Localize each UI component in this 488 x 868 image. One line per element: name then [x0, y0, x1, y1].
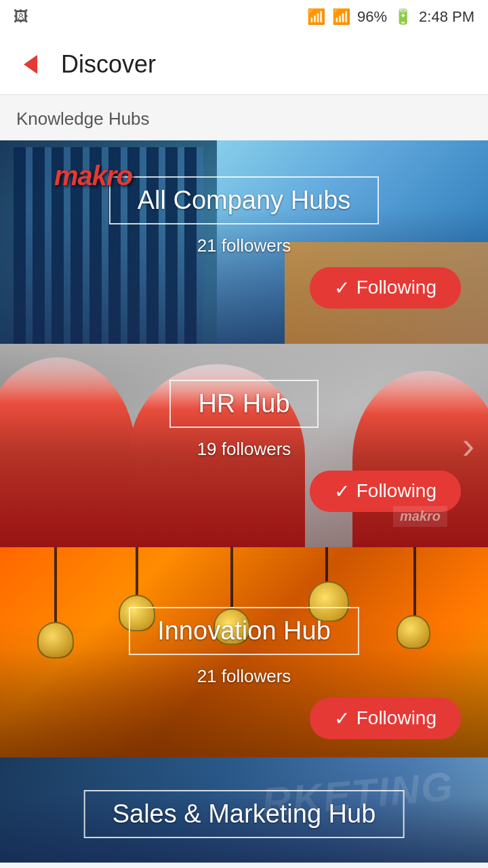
hub-3-title: Innovation Hub — [157, 616, 331, 645]
hub-4-content: Sales & Marketing Hub — [0, 757, 488, 863]
hub-1-followers: 21 followers — [197, 235, 291, 256]
check-icon-3: ✓ — [334, 707, 350, 730]
hub-2-content: HR Hub 19 followers ✓ Following — [0, 366, 488, 526]
hub-1-following-label: Following — [357, 277, 436, 298]
hub-3-title-box: Innovation Hub — [129, 607, 359, 655]
hub-2-followers: 19 followers — [197, 439, 291, 460]
makro-logo: makro — [54, 161, 132, 191]
hub-card-hr[interactable]: makro › HR Hub 19 followers ✓ Following — [0, 344, 488, 547]
hub-4-title-box: Sales & Marketing Hub — [84, 790, 405, 838]
hub-3-following-label: Following — [357, 707, 436, 729]
page-title: Discover — [61, 50, 156, 79]
makro-badge-hr: makro — [393, 506, 447, 527]
check-icon-2: ✓ — [334, 480, 350, 502]
section-header: Knowledge Hubs — [0, 95, 488, 140]
hub-2-following-label: Following — [357, 480, 436, 502]
chevron-right-icon: › — [462, 424, 474, 467]
back-button[interactable] — [14, 47, 47, 81]
status-bar-left-icon: 🖼 — [14, 8, 28, 26]
hub-4-title: Sales & Marketing Hub — [113, 800, 376, 828]
hub-2-title: HR Hub — [198, 389, 289, 418]
back-arrow-icon — [24, 55, 37, 74]
hub-1-title-box: All Company Hubs — [109, 176, 380, 224]
wifi-icon: 📶 — [307, 8, 325, 26]
hub-card-all-company[interactable]: makro All Company Hubs 21 followers ✓ Fo… — [0, 140, 488, 344]
status-bar: 🖼 📶 📶 96% 🔋 2:48 PM — [0, 0, 488, 34]
hub-1-following-button[interactable]: ✓ Following — [310, 267, 461, 309]
battery-icon: 🔋 — [394, 8, 412, 26]
hub-3-following-button[interactable]: ✓ Following — [310, 698, 461, 739]
app-bar: Discover — [0, 34, 488, 95]
check-icon-1: ✓ — [334, 277, 350, 299]
hub-card-sales-marketing[interactable]: RKETING Sales & Marketing Hub — [0, 757, 488, 863]
clock: 2:48 PM — [419, 8, 474, 26]
battery-percentage: 96% — [357, 8, 387, 26]
hub-3-content: Innovation Hub 21 followers ✓ Following — [0, 593, 488, 753]
signal-icon: 📶 — [332, 8, 350, 26]
hub-3-followers: 21 followers — [197, 666, 291, 687]
hub-card-innovation[interactable]: Innovation Hub 21 followers ✓ Following — [0, 547, 488, 757]
hub-2-title-box: HR Hub — [169, 380, 318, 428]
hub-1-title: All Company Hubs — [138, 186, 351, 214]
